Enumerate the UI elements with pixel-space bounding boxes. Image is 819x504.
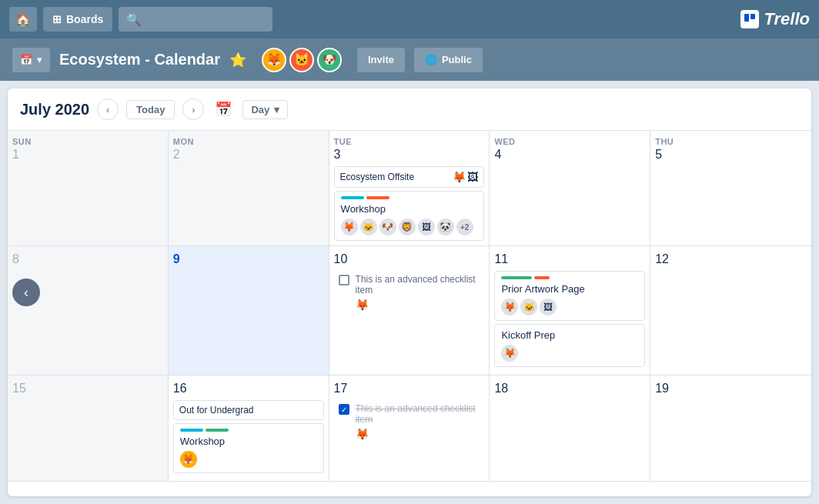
day-num-1: 1	[12, 148, 163, 162]
calendar-cell-sun1: SUN 1	[8, 131, 169, 246]
calendar-cell-19: 19	[650, 375, 811, 482]
calendar-cell-15: 15	[8, 375, 169, 482]
svg-rect-0	[744, 14, 749, 22]
card-avatar: 🦊	[501, 345, 518, 362]
view-select[interactable]: Day ▾	[242, 100, 288, 119]
card-avatar: 🐼	[437, 219, 454, 235]
color-bar-green	[501, 276, 532, 279]
day-name-sun: SUN	[12, 137, 163, 146]
next-month-button[interactable]: ›	[182, 98, 204, 120]
calendar-cell-9: 9	[169, 246, 329, 375]
ecosystem-offsite-banner[interactable]: Ecosystem Offsite 🦊 🖼	[334, 166, 485, 188]
scroll-left-button[interactable]: ‹	[12, 279, 40, 306]
checklist-emoji: 🦊	[356, 428, 369, 440]
trello-logo: Trello	[740, 9, 810, 29]
checklist-emoji: 🦊	[356, 299, 369, 311]
workshop-row3-avatars: 🦊	[180, 451, 317, 468]
day-num-12: 12	[655, 252, 807, 266]
boards-icon: ⊞	[52, 13, 62, 25]
prior-artwork-title: Prior Artwork Page	[501, 283, 638, 295]
color-bar-cyan2	[180, 429, 203, 432]
globe-icon: 🌐	[425, 54, 437, 65]
workshop-card[interactable]: Workshop 🦊 🐱 🐶 🦁 🖼 🐼 +2	[334, 191, 485, 241]
calendar-container: ‹ July 2020 ‹ Today › 📅 Day ▾ SUN 1 MON …	[8, 88, 811, 496]
checklist-text-done: This is an advanced checklist item	[356, 403, 480, 425]
calendar-toolbar: July 2020 ‹ Today › 📅 Day ▾	[8, 88, 811, 131]
card-avatar: 🦊	[180, 451, 197, 468]
day-num-15: 15	[12, 382, 163, 396]
banner-avatars: 🦊 🖼	[453, 171, 478, 183]
color-bar-cyan	[341, 196, 364, 199]
day-name-wed: WED	[494, 137, 645, 146]
calendar-picker-icon[interactable]: 📅	[212, 98, 235, 121]
search-bar[interactable]: 🔍	[119, 7, 272, 32]
prior-artwork-color-bar	[501, 276, 638, 279]
workshop-row3-title: Workshop	[180, 436, 317, 447]
card-avatars: 🦊 🐱 🐶 🦁 🖼 🐼 +2	[341, 219, 478, 235]
prev-month-button[interactable]: ‹	[97, 98, 119, 120]
day-num-3: 3	[334, 148, 485, 162]
home-button[interactable]: 🏠	[9, 7, 37, 32]
day-num-4: 4	[494, 148, 645, 162]
avatar-group: 🦊 🐱 🐶	[262, 48, 342, 72]
checklist-text: This is an advanced checklist item	[356, 274, 480, 295]
workshop-card-row3[interactable]: Workshop 🦊	[173, 423, 324, 473]
day-num-9: 9	[173, 252, 324, 266]
calendar-cell-tue3: TUE 3 Ecosystem Offsite 🦊 🖼 Workshop	[329, 131, 490, 246]
calendar-cell-thu5: THU 5	[650, 131, 811, 246]
avatar: 🦊	[262, 48, 286, 72]
calendar-grid: SUN 1 MON 2 TUE 3 Ecosystem Offsite	[8, 131, 811, 482]
calendar-cell-11: 11 Prior Artwork Page 🦊 🐱 🖼 Kickoff Prep	[490, 246, 650, 375]
checklist-checkbox-checked[interactable]: ✓	[339, 404, 349, 415]
day-num-19: 19	[655, 382, 807, 396]
calendar-month-title: July 2020	[20, 101, 89, 118]
boards-button[interactable]: ⊞ Boards	[43, 7, 112, 32]
out-for-undergrad-label: Out for Undergrad	[179, 405, 254, 416]
day-name-tue: TUE	[334, 137, 485, 146]
calendar-cell-18: 18	[490, 375, 650, 482]
invite-button[interactable]: Invite	[357, 48, 405, 72]
calendar-cell-12: 12	[650, 246, 811, 375]
calendar-cell-8: 8	[8, 246, 169, 375]
checklist-checkbox[interactable]	[339, 275, 349, 285]
day-num-11: 11	[494, 252, 645, 266]
calendar-cell-17: 17 ✓ This is an advanced checklist item …	[329, 375, 490, 482]
out-for-undergrad-banner[interactable]: Out for Undergrad	[173, 400, 324, 420]
ecosystem-offsite-label: Ecosystem Offsite	[340, 172, 414, 182]
day-num-8: 8	[12, 252, 163, 266]
avatar: 🐶	[317, 48, 342, 72]
public-button[interactable]: 🌐 Public	[414, 48, 483, 72]
workshop-title: Workshop	[341, 203, 478, 215]
day-num-10: 10	[334, 252, 485, 266]
calendar-view-icon: 📅	[20, 54, 32, 65]
avatar: 🐱	[289, 48, 314, 72]
today-button[interactable]: Today	[126, 100, 175, 119]
card-avatar: 🐱	[360, 219, 377, 235]
day-num-5: 5	[655, 148, 807, 162]
card-color-bar	[341, 196, 478, 199]
avatar-emoji: 🦊	[453, 171, 466, 183]
card-avatar: 🐱	[520, 299, 537, 315]
trello-wordmark: Trello	[764, 9, 810, 29]
prior-artwork-card[interactable]: Prior Artwork Page 🦊 🐱 🖼	[494, 271, 645, 321]
card-more-badge: +2	[456, 219, 473, 235]
day-num-16: 16	[173, 382, 324, 396]
board-view-button[interactable]: 📅 ▾	[12, 48, 50, 72]
trello-logo-icon	[740, 10, 759, 28]
card-avatar: 🦁	[399, 219, 416, 235]
calendar-cell-wed4: WED 4	[490, 131, 650, 246]
color-bar-green2	[206, 429, 229, 432]
prior-artwork-avatars: 🦊 🐱 🖼	[501, 299, 638, 315]
color-bar-red	[366, 196, 389, 199]
chevron-down-icon: ▾	[274, 104, 279, 115]
card-avatar: 🖼	[540, 299, 557, 315]
checklist-item-done: ✓ This is an advanced checklist item 🦊	[334, 400, 485, 443]
card-avatar: 🦊	[341, 219, 358, 235]
card-avatar: 🦊	[501, 299, 518, 315]
day-num-2: 2	[173, 148, 324, 162]
star-icon[interactable]: ⭐	[229, 52, 246, 68]
color-bar-red2	[534, 276, 550, 279]
search-icon: 🔍	[126, 12, 142, 27]
day-num-17: 17	[334, 382, 485, 396]
kickoff-prep-card[interactable]: Kickoff Prep 🦊	[494, 324, 645, 367]
